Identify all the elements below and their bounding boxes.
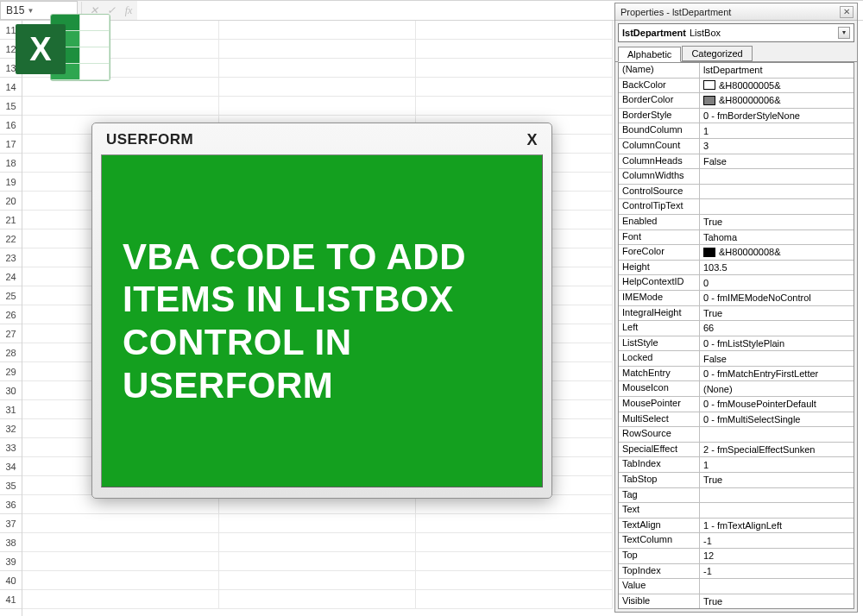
properties-titlebar[interactable]: Properties - lstDepartment ✕ bbox=[615, 3, 857, 21]
property-value[interactable]: 2 - fmSpecialEffectSunken bbox=[700, 443, 854, 457]
row-header[interactable]: 35 bbox=[0, 476, 22, 495]
property-row[interactable]: EnabledTrue bbox=[619, 215, 854, 230]
row-header[interactable]: 30 bbox=[0, 381, 22, 400]
cell[interactable] bbox=[416, 97, 613, 116]
cell[interactable] bbox=[219, 571, 416, 590]
property-value[interactable]: 1 - fmTextAlignLeft bbox=[700, 519, 854, 533]
object-selector[interactable]: lstDepartment ListBox ▾ bbox=[618, 23, 854, 42]
property-row[interactable]: Tag bbox=[619, 488, 854, 504]
property-row[interactable]: (Name)lstDepartment bbox=[619, 63, 854, 79]
property-value[interactable]: 0 - fmMultiSelectSingle bbox=[700, 412, 854, 427]
cell[interactable] bbox=[416, 590, 613, 609]
property-value[interactable]: True bbox=[700, 594, 854, 609]
property-row[interactable]: BorderStyle0 - fmBorderStyleNone bbox=[619, 109, 854, 124]
cell[interactable] bbox=[219, 533, 416, 552]
cell[interactable] bbox=[22, 514, 219, 533]
row-header[interactable]: 20 bbox=[0, 192, 22, 211]
cell[interactable] bbox=[416, 533, 613, 552]
row-header[interactable]: 22 bbox=[0, 229, 22, 248]
property-row[interactable]: VisibleTrue bbox=[619, 594, 854, 609]
property-row[interactable]: ListStyle0 - fmListStylePlain bbox=[619, 336, 854, 352]
property-value[interactable]: (None) bbox=[700, 381, 854, 396]
property-value[interactable]: &H80000008& bbox=[700, 245, 854, 260]
property-value[interactable]: 0 - fmMousePointerDefault bbox=[700, 397, 854, 412]
property-row[interactable]: TextColumn-1 bbox=[619, 533, 854, 549]
property-value[interactable]: 66 bbox=[700, 321, 854, 336]
property-row[interactable]: MousePointer0 - fmMousePointerDefault bbox=[619, 397, 854, 412]
property-row[interactable]: Value bbox=[619, 579, 854, 594]
userform-window[interactable]: USERFORM X VBA CODE TO ADD ITEMS IN LIST… bbox=[91, 123, 552, 499]
cell[interactable] bbox=[22, 552, 219, 571]
cell[interactable] bbox=[416, 21, 613, 40]
property-value[interactable] bbox=[700, 199, 854, 214]
property-value[interactable]: Tahoma bbox=[700, 230, 854, 245]
cell[interactable] bbox=[219, 59, 416, 78]
close-icon[interactable]: ✕ bbox=[840, 6, 854, 18]
row-header[interactable]: 34 bbox=[0, 457, 22, 476]
property-row[interactable]: MouseIcon(None) bbox=[619, 381, 854, 397]
property-value[interactable] bbox=[700, 427, 854, 442]
row-header[interactable]: 39 bbox=[0, 552, 22, 571]
cell[interactable] bbox=[416, 40, 613, 59]
property-row[interactable]: ForeColor&H80000008& bbox=[619, 245, 854, 261]
row-header[interactable]: 27 bbox=[0, 324, 22, 343]
property-value[interactable]: True bbox=[700, 473, 854, 487]
property-row[interactable]: BorderColor&H80000006& bbox=[619, 93, 854, 109]
property-value[interactable]: 1 bbox=[700, 457, 854, 472]
close-icon[interactable]: X bbox=[526, 131, 538, 149]
property-row[interactable]: TabIndex1 bbox=[619, 457, 854, 473]
row-header[interactable]: 31 bbox=[0, 400, 22, 419]
row-header[interactable]: 36 bbox=[0, 495, 22, 514]
cell[interactable] bbox=[22, 590, 219, 609]
property-value[interactable]: -1 bbox=[700, 533, 854, 548]
property-value[interactable]: -1 bbox=[700, 564, 854, 579]
property-value[interactable]: 1 bbox=[700, 123, 854, 138]
property-value[interactable]: &H80000006& bbox=[700, 93, 854, 108]
property-row[interactable]: Top12 bbox=[619, 549, 854, 564]
cell[interactable] bbox=[22, 571, 219, 590]
property-value[interactable]: 0 bbox=[700, 275, 854, 290]
row-header[interactable]: 37 bbox=[0, 514, 22, 533]
property-value[interactable]: 3 bbox=[700, 139, 854, 154]
property-row[interactable]: FontTahoma bbox=[619, 230, 854, 246]
property-value[interactable]: False bbox=[700, 154, 854, 169]
row-header[interactable]: 38 bbox=[0, 533, 22, 552]
row-header[interactable]: 28 bbox=[0, 343, 22, 362]
property-value[interactable] bbox=[700, 579, 854, 594]
property-row[interactable]: LockedFalse bbox=[619, 351, 854, 367]
tab-categorized[interactable]: Categorized bbox=[682, 46, 752, 61]
cell[interactable] bbox=[416, 571, 613, 590]
cell[interactable] bbox=[219, 590, 416, 609]
property-value[interactable]: True bbox=[700, 306, 854, 321]
row-header[interactable]: 26 bbox=[0, 305, 22, 324]
property-row[interactable]: ColumnHeadsFalse bbox=[619, 154, 854, 170]
property-row[interactable]: ColumnWidths bbox=[619, 169, 854, 185]
property-row[interactable]: HelpContextID0 bbox=[619, 275, 854, 291]
cell[interactable] bbox=[416, 552, 613, 571]
cell[interactable] bbox=[416, 78, 613, 97]
property-row[interactable]: ColumnCount3 bbox=[619, 139, 854, 154]
cell[interactable] bbox=[219, 21, 416, 40]
cell[interactable] bbox=[219, 514, 416, 533]
property-value[interactable]: False bbox=[700, 351, 854, 366]
row-header[interactable]: 19 bbox=[0, 173, 22, 192]
row-header[interactable]: 33 bbox=[0, 438, 22, 457]
fx-icon[interactable]: fx bbox=[120, 4, 137, 17]
property-value[interactable]: &H80000005& bbox=[700, 79, 854, 93]
property-row[interactable]: IMEMode0 - fmIMEModeNoControl bbox=[619, 291, 854, 306]
row-header[interactable]: 15 bbox=[0, 97, 22, 116]
property-value[interactable]: 103.5 bbox=[700, 261, 854, 275]
cell[interactable] bbox=[416, 59, 613, 78]
row-header[interactable]: 29 bbox=[0, 362, 22, 381]
row-header[interactable]: 23 bbox=[0, 248, 22, 267]
cell[interactable] bbox=[219, 78, 416, 97]
property-row[interactable]: TextAlign1 - fmTextAlignLeft bbox=[619, 519, 854, 534]
property-row[interactable]: SpecialEffect2 - fmSpecialEffectSunken bbox=[619, 443, 854, 458]
property-row[interactable]: TabStopTrue bbox=[619, 473, 854, 488]
cell[interactable] bbox=[219, 97, 416, 116]
property-row[interactable]: Text bbox=[619, 503, 854, 519]
property-row[interactable]: TopIndex-1 bbox=[619, 564, 854, 580]
property-row[interactable]: RowSource bbox=[619, 427, 854, 443]
chevron-down-icon[interactable]: ▾ bbox=[838, 27, 850, 39]
property-row[interactable]: Height103.5 bbox=[619, 261, 854, 276]
